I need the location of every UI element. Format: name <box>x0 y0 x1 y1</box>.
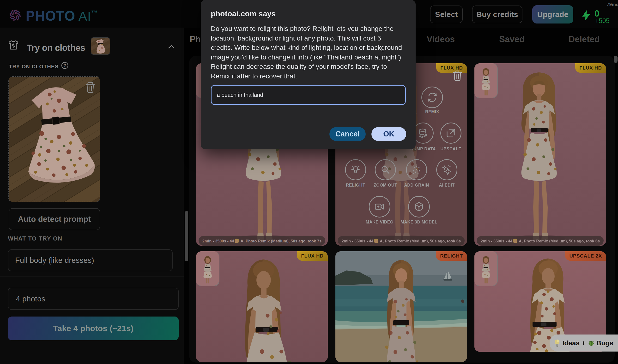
svg-text:?: ? <box>64 63 66 68</box>
